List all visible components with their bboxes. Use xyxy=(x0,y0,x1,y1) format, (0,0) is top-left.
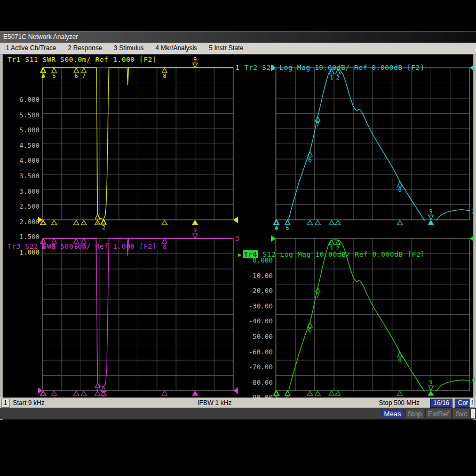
y-axis-label: -50.00 xyxy=(237,332,273,340)
meas-button[interactable]: Meas xyxy=(381,409,404,418)
marker-6-label: 6 xyxy=(308,327,312,334)
marker-8-label: 8 xyxy=(398,186,402,193)
stimulus-marker-triangle xyxy=(273,391,279,395)
stimulus-marker-triangle xyxy=(329,391,335,395)
marker-4-triangle xyxy=(41,68,46,73)
stimulus-marker-triangle xyxy=(162,391,167,395)
tr2-plot: 1267834592 xyxy=(271,65,475,232)
screen-bezel-left xyxy=(0,54,3,420)
stimulus-marker-triangle xyxy=(193,220,198,225)
stimulus-marker-triangle xyxy=(285,391,290,395)
marker-6-triangle xyxy=(307,152,312,156)
marker-3-label: 3 xyxy=(274,225,278,232)
marker-5-label: 5 xyxy=(52,73,56,80)
menu-bar: 1 Active Ch/Trace 2 Response 3 Stimulus … xyxy=(0,43,476,54)
stimulus-marker-triangle xyxy=(274,220,279,225)
tr3-plot: 3456781293 xyxy=(38,227,239,398)
marker-5-label: 5 xyxy=(285,225,289,232)
tr4-header[interactable]: ▶Tr4 S12 Log Mag 10.00dB/ Ref 0.000dB [F… xyxy=(238,250,476,258)
grid-border xyxy=(43,239,233,391)
marker-6-label: 6 xyxy=(75,73,78,80)
tr3-trace-number: 3 xyxy=(235,235,239,242)
marker-3-label: 3 xyxy=(41,73,45,80)
stimulus-marker-triangle xyxy=(101,220,106,225)
marker-2-label: 2 xyxy=(102,224,106,231)
alert-indicator: ! xyxy=(470,399,475,408)
stimulus-marker-triangle xyxy=(315,391,320,395)
status-bar: 1 Start 9 kHz IFBW 1 kHz Stop 500 MHz 16… xyxy=(0,398,476,408)
stimulus-marker-triangle xyxy=(315,220,320,225)
stimulus-marker-triangle xyxy=(74,220,79,225)
y-axis-label: -40.00 xyxy=(237,317,273,325)
y-axis-label: -30.00 xyxy=(237,302,273,310)
tr4-grid xyxy=(276,239,470,391)
marker-9-label: 9 xyxy=(193,227,197,234)
marker-2-label: 2 xyxy=(336,74,340,81)
stimulus-marker-triangle xyxy=(428,391,433,395)
marker-8-triangle xyxy=(398,181,402,186)
tr1-trace-curve xyxy=(43,68,233,219)
menu-stimulus[interactable]: 3 Stimulus xyxy=(108,43,149,54)
marker-6-label: 6 xyxy=(308,156,312,163)
window-title-bar[interactable]: E5071C Network Analyzer xyxy=(0,31,476,43)
stimulus-marker-triangle xyxy=(274,391,279,395)
marker-1-label: 1 xyxy=(96,388,100,395)
y-axis-label: -10.00 xyxy=(237,272,273,280)
stimulus-marker-triangle xyxy=(74,391,79,395)
marker-5-triangle xyxy=(52,68,57,73)
channel-number-box: 1 xyxy=(1,399,10,408)
marker-9-triangle xyxy=(429,386,433,391)
tr2-header[interactable]: Tr2 S21 Log Mag 10.00dB/ Ref 0.000dB [F2… xyxy=(244,64,476,72)
grid-border xyxy=(276,239,470,391)
y-axis-label: 4.500 xyxy=(4,141,39,149)
marker-6-triangle xyxy=(307,322,312,327)
marker-7-triangle xyxy=(82,68,86,73)
tr3-ref-arrow-left-icon xyxy=(38,387,43,394)
screen-bezel-right xyxy=(473,54,476,420)
tr3-grid xyxy=(43,239,233,391)
correction-badge: Cor xyxy=(455,399,471,408)
marker-1-label: 1 xyxy=(330,74,334,81)
y-axis-label: 5.000 xyxy=(4,126,39,134)
y-axis-label: 2.500 xyxy=(4,202,39,210)
stimulus-marker-triangle xyxy=(101,391,106,395)
tr1-ref-arrow-right-icon xyxy=(233,217,238,223)
tr1-header[interactable]: Tr1 S11 SWR 500.0m/ Ref 1.000 [F2] xyxy=(7,55,476,64)
marker-8-triangle xyxy=(398,352,402,357)
svc-button[interactable]: Svc xyxy=(453,409,470,418)
menu-instr-state[interactable]: 5 Instr State xyxy=(203,43,249,54)
stimulus-marker-triangle xyxy=(285,220,290,225)
stop-button[interactable]: Stop xyxy=(405,409,424,418)
y-axis-label: 1.500 xyxy=(4,233,39,241)
marker-9-triangle xyxy=(193,234,197,239)
menu-mkr-analysis[interactable]: 4 Mkr/Analysis xyxy=(149,43,203,54)
stimulus-marker-triangle xyxy=(307,220,313,225)
tr2-grid xyxy=(276,68,470,220)
stimulus-marker-triangle xyxy=(81,220,86,225)
y-axis-label: 3.000 xyxy=(4,187,39,195)
tr1-grid xyxy=(43,68,233,220)
y-axis-label: -60.00 xyxy=(237,348,273,356)
stimulus-marker-triangle xyxy=(273,220,279,225)
extref-button[interactable]: ExtRef xyxy=(425,409,451,418)
y-axis-label: 0.000 xyxy=(237,256,273,264)
tr3-header[interactable]: Tr3 S22 SWR 500.0m/ Ref 1.000 [F2] xyxy=(7,242,476,250)
y-axis-label: -20.00 xyxy=(237,287,273,295)
stop-frequency: Stop 500 MHz xyxy=(379,398,419,408)
ifbw-readout: IFBW 1 kHz xyxy=(197,398,232,408)
marker-2-triangle xyxy=(101,219,106,224)
marker-1-label: 1 xyxy=(96,219,100,226)
menu-response[interactable]: 2 Response xyxy=(62,43,108,54)
marker-5-triangle xyxy=(285,391,290,395)
tr4-ref-arrow-left-icon xyxy=(271,235,276,242)
tr4-plot: 1267834594 xyxy=(271,235,475,404)
grid-border xyxy=(43,68,233,220)
menu-active-ch-trace[interactable]: 1 Active Ch/Trace xyxy=(0,43,62,54)
marker-3-triangle xyxy=(274,391,279,395)
marker-9-label: 9 xyxy=(429,208,433,215)
tr3-header-text: S22 SWR 500.0m/ Ref 1.000 [F2] xyxy=(21,242,157,250)
window-title: E5071C Network Analyzer xyxy=(3,33,78,41)
sweep-points-badge: 16/16 xyxy=(430,399,453,408)
tr1-header-text: S11 SWR 500.0m/ Ref 1.000 [F2] xyxy=(21,55,157,64)
marker-3-triangle xyxy=(41,68,45,73)
